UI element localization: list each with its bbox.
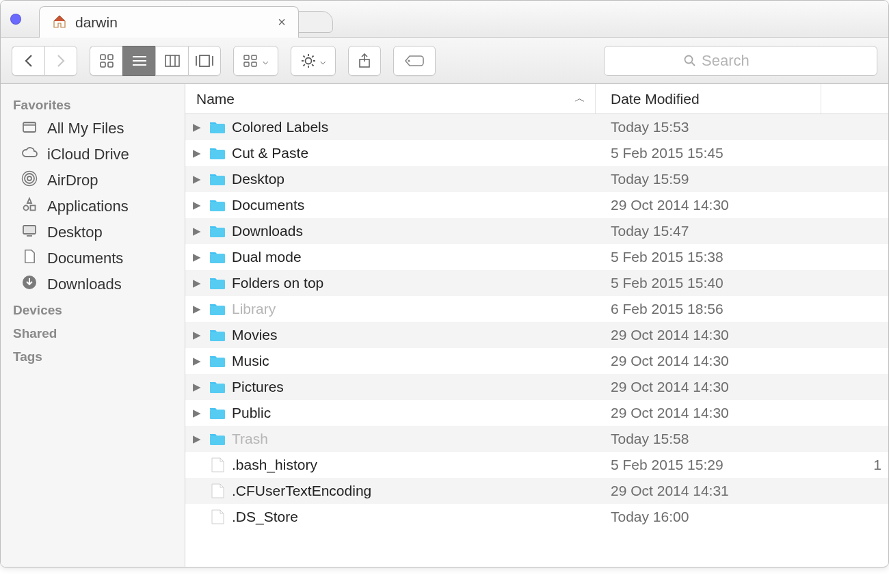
- file-date: 29 Oct 2014 14:30: [596, 353, 821, 369]
- disclosure-triangle-icon[interactable]: ▶: [191, 277, 203, 289]
- cloud-icon: [20, 144, 39, 165]
- disclosure-triangle-icon[interactable]: ▶: [191, 303, 203, 315]
- action-button[interactable]: ⌵: [291, 46, 336, 76]
- file-date: 5 Feb 2015 15:45: [596, 145, 821, 161]
- file-row[interactable]: ▶Colored LabelsToday 15:53: [185, 114, 888, 140]
- close-icon[interactable]: ×: [278, 14, 286, 30]
- svg-rect-2: [108, 55, 113, 59]
- tags-button[interactable]: [393, 46, 436, 76]
- back-button[interactable]: [12, 46, 44, 76]
- file-date: 29 Oct 2014 14:30: [596, 379, 821, 395]
- svg-rect-4: [108, 62, 113, 67]
- file-row[interactable]: ▶.bash_history5 Feb 2015 15:291: [185, 452, 888, 478]
- file-name: .DS_Store: [232, 509, 298, 525]
- file-name: Folders on top: [232, 275, 323, 291]
- share-button[interactable]: [348, 46, 381, 76]
- gear-icon: [301, 53, 316, 68]
- file-row[interactable]: ▶Dual mode5 Feb 2015 15:38: [185, 244, 888, 270]
- file-row[interactable]: ▶TrashToday 15:58: [185, 426, 888, 452]
- file-row[interactable]: ▶Library6 Feb 2015 18:56: [185, 296, 888, 322]
- file-rows: ▶Colored LabelsToday 15:53▶Cut & Paste5 …: [185, 114, 888, 567]
- grid-icon: [100, 54, 114, 68]
- desktop-icon: [20, 222, 39, 243]
- folder-icon: [209, 405, 226, 420]
- arrange-button[interactable]: ⌵: [233, 46, 278, 76]
- file-row[interactable]: ▶.DS_StoreToday 16:00: [185, 504, 888, 530]
- window-dot[interactable]: [10, 14, 21, 25]
- search-input[interactable]: [702, 52, 797, 70]
- chevron-right-icon: [56, 54, 66, 68]
- view-icons-button[interactable]: [90, 46, 122, 76]
- tag-icon: [404, 54, 425, 68]
- columns-icon: [165, 55, 180, 67]
- file-row[interactable]: ▶Folders on top5 Feb 2015 15:40: [185, 270, 888, 296]
- file-name: Colored Labels: [232, 119, 328, 135]
- file-name: Trash: [232, 431, 268, 447]
- column-date[interactable]: Date Modified: [596, 84, 821, 113]
- sidebar: FavoritesAll My FilesiCloud DriveAirDrop…: [1, 84, 185, 567]
- file-date: 5 Feb 2015 15:40: [596, 275, 821, 291]
- forward-button[interactable]: [44, 46, 77, 76]
- file-row[interactable]: ▶Movies29 Oct 2014 14:30: [185, 322, 888, 348]
- disclosure-triangle-icon[interactable]: ▶: [191, 199, 203, 211]
- sidebar-item-desktop[interactable]: Desktop: [1, 219, 185, 245]
- disclosure-triangle-icon[interactable]: ▶: [191, 381, 203, 393]
- svg-line-25: [312, 55, 313, 57]
- file-date: Today 15:58: [596, 431, 821, 447]
- file-row[interactable]: ▶.CFUserTextEncoding29 Oct 2014 14:31: [185, 478, 888, 504]
- download-icon: [20, 274, 39, 295]
- file-row[interactable]: ▶Public29 Oct 2014 14:30: [185, 400, 888, 426]
- svg-rect-15: [252, 55, 256, 59]
- sidebar-item-icloud-drive[interactable]: iCloud Drive: [1, 142, 185, 168]
- disclosure-triangle-icon[interactable]: ▶: [191, 147, 203, 159]
- disclosure-triangle-icon[interactable]: ▶: [191, 407, 203, 419]
- svg-rect-41: [23, 226, 36, 234]
- disclosure-triangle-icon[interactable]: ▶: [191, 355, 203, 367]
- disclosure-triangle-icon[interactable]: ▶: [191, 173, 203, 185]
- sidebar-item-all-my-files[interactable]: All My Files: [1, 116, 185, 142]
- tabstrip: darwin ×: [39, 1, 888, 37]
- folder-icon: [209, 172, 226, 187]
- view-list-button[interactable]: [122, 46, 155, 76]
- file-name: Downloads: [232, 223, 303, 239]
- file-row[interactable]: ▶Cut & Paste5 Feb 2015 15:45: [185, 140, 888, 166]
- share-icon: [358, 53, 371, 68]
- sidebar-item-documents[interactable]: Documents: [1, 245, 185, 271]
- file-row[interactable]: ▶Pictures29 Oct 2014 14:30: [185, 374, 888, 400]
- tab-current[interactable]: darwin ×: [39, 6, 299, 38]
- home-icon: [52, 14, 67, 31]
- file-date: 29 Oct 2014 14:30: [596, 327, 821, 343]
- file-row[interactable]: ▶Music29 Oct 2014 14:30: [185, 348, 888, 374]
- sidebar-item-label: All My Files: [47, 120, 124, 137]
- file-name: .bash_history: [232, 457, 317, 473]
- sidebar-item-downloads[interactable]: Downloads: [1, 271, 185, 297]
- svg-point-30: [685, 55, 693, 63]
- view-columns-button[interactable]: [155, 46, 188, 76]
- search-field[interactable]: [604, 46, 877, 76]
- sidebar-item-airdrop[interactable]: AirDrop: [1, 168, 185, 193]
- view-coverflow-button[interactable]: [188, 46, 221, 76]
- folder-icon: [209, 276, 226, 291]
- disclosure-triangle-icon[interactable]: ▶: [191, 433, 203, 445]
- svg-point-35: [27, 176, 31, 181]
- sidebar-item-applications[interactable]: Applications: [1, 193, 185, 219]
- column-name[interactable]: Name ︿: [185, 84, 596, 113]
- disclosure-triangle-icon[interactable]: ▶: [191, 251, 203, 263]
- svg-rect-14: [244, 55, 249, 59]
- apps-icon: [20, 196, 39, 217]
- sort-ascending-icon: ︿: [574, 92, 585, 106]
- file-date: Today 15:53: [596, 119, 821, 135]
- file-row[interactable]: ▶DownloadsToday 15:47: [185, 218, 888, 244]
- disclosure-triangle-icon[interactable]: ▶: [191, 329, 203, 341]
- file-name: Library: [232, 301, 276, 317]
- disclosure-triangle-icon[interactable]: ▶: [191, 225, 203, 237]
- file-row[interactable]: ▶DesktopToday 15:59: [185, 166, 888, 192]
- disclosure-triangle-icon[interactable]: ▶: [191, 121, 203, 133]
- file-row[interactable]: ▶Documents29 Oct 2014 14:30: [185, 192, 888, 218]
- chevron-left-icon: [24, 54, 34, 68]
- new-tab-button[interactable]: [295, 11, 333, 33]
- file-name: Documents: [232, 197, 304, 213]
- file-name: Dual mode: [232, 249, 302, 265]
- file-name: Cut & Paste: [232, 145, 308, 161]
- tab-title: darwin: [75, 14, 118, 31]
